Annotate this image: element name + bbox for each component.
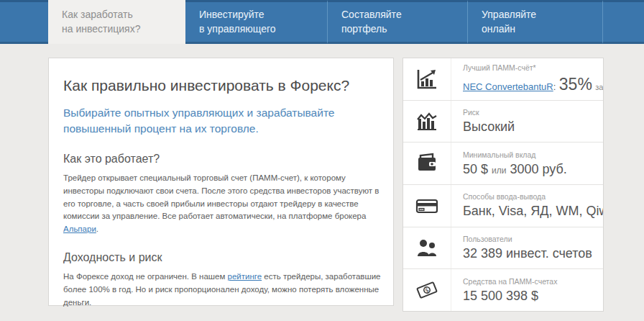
stat-row-min-deposit: Минимальный вклад 50 $ или 3000 руб.	[403, 143, 603, 185]
top-tab-bar: Как заработать на инвестициях? Инвестиру…	[0, 0, 644, 44]
wallet-icon	[403, 143, 451, 184]
stat-label: Риск	[463, 108, 603, 117]
stat-info: Средства на ПАММ-счетах 15 500 398 $	[451, 269, 603, 311]
stat-label: Способы ввода-вывода	[463, 192, 603, 201]
stat-value-rub: 3000 руб.	[510, 162, 567, 176]
lead-text: Выбирайте опытных управляющих и зарабаты…	[63, 105, 372, 137]
users-icon	[403, 227, 451, 269]
stat-row-pamm-funds: $ Средства на ПАММ-счетах 15 500 398 $	[403, 269, 603, 311]
stats-sidebar: Лучший ПАММ-счёт* NEC ConvertebantuR: 35…	[402, 58, 604, 312]
stat-info: Лучший ПАММ-счёт* NEC ConvertebantuR: 35…	[451, 58, 603, 100]
stat-value: Банк, Visa, ЯД, WM, Qiwi	[463, 204, 603, 219]
chart-growth-icon	[403, 58, 451, 100]
stat-value: 15 500 398 $	[463, 289, 603, 304]
stat-suffix: за 3 г...	[595, 83, 603, 91]
stat-info: Пользователи 32 389 инвест. счетов	[451, 227, 603, 269]
how-it-works-paragraph: Трейдер открывает специальный торговый с…	[63, 172, 385, 236]
rating-link[interactable]: рейтинге	[228, 272, 262, 281]
stat-row-users: Пользователи 32 389 инвест. счетов	[403, 227, 603, 270]
main-content-card: Как правильно инвестировать в Форекс? Вы…	[48, 58, 394, 306]
section-heading-how-it-works: Как это работает?	[63, 153, 379, 166]
tab-label-line: Как заработать	[62, 8, 185, 22]
tab-manage-online[interactable]: Управляйте онлайн	[467, 0, 602, 44]
tab-invest-in-manager[interactable]: Инвестируйте в управляющего	[185, 0, 327, 44]
tab-label-line: в управляющего	[199, 22, 327, 37]
profit-risk-paragraph: На Форексе доход не ограничен. В нашем р…	[63, 271, 385, 309]
stat-label: Средства на ПАММ-счетах	[463, 277, 603, 286]
paragraph-text: Трейдер открывает специальный торговый с…	[63, 173, 379, 220]
stat-info: Минимальный вклад 50 $ или 3000 руб.	[451, 143, 603, 184]
paragraph-text: .	[96, 225, 98, 233]
stat-info: Риск Высокий	[451, 101, 603, 143]
section-heading-profit-risk: Доходность и риск	[63, 251, 379, 264]
tab-label-line: онлайн	[482, 22, 602, 37]
tab-label-line: Инвестируйте	[199, 8, 327, 22]
stat-row-risk: Риск Высокий	[403, 101, 603, 143]
topbar-right-filler	[602, 0, 644, 44]
stat-label: Лучший ПАММ-счёт*	[463, 63, 603, 72]
tab-label-line: на инвестициях?	[62, 22, 185, 37]
stat-row-best-pamm: Лучший ПАММ-счёт* NEC ConvertebantuR: 35…	[403, 58, 603, 101]
tab-how-to-earn[interactable]: Как заработать на инвестициях?	[48, 0, 185, 44]
stat-value: Высокий	[463, 119, 603, 135]
stat-value-or: или	[492, 166, 506, 176]
credit-card-icon	[403, 185, 451, 227]
tab-label-line: Составляйте	[341, 8, 467, 22]
tab-label-line: портфель	[341, 22, 467, 37]
stat-value: NEC ConvertebantuR: 35% за 3 г...	[463, 75, 603, 94]
pamm-account-link[interactable]: NEC ConvertebantuR	[463, 81, 553, 92]
stat-separator: :	[553, 81, 556, 92]
tab-build-portfolio[interactable]: Составляйте портфель	[327, 0, 467, 44]
volatility-chart-icon	[403, 101, 451, 143]
stat-value-usd: 50 $	[463, 162, 488, 176]
stat-label: Пользователи	[463, 235, 603, 243]
stat-label: Минимальный вклад	[463, 150, 603, 159]
topbar-left-spacer	[0, 0, 48, 44]
stat-value: 32 389 инвест. счетов	[463, 246, 603, 261]
stat-percent: 35%	[559, 75, 592, 94]
page-title: Как правильно инвестировать в Форекс?	[63, 77, 379, 94]
banknote-icon: $	[403, 269, 451, 311]
stat-row-payment-methods: Способы ввода-вывода Банк, Visa, ЯД, WM,…	[403, 185, 603, 227]
stat-info: Способы ввода-вывода Банк, Visa, ЯД, WM,…	[451, 185, 603, 227]
stat-value: 50 $ или 3000 руб.	[463, 162, 603, 177]
paragraph-text: На Форексе доход не ограничен. В нашем	[63, 272, 228, 281]
tab-label-line: Управляйте	[482, 8, 602, 22]
alpari-link[interactable]: Альпари	[63, 225, 96, 233]
